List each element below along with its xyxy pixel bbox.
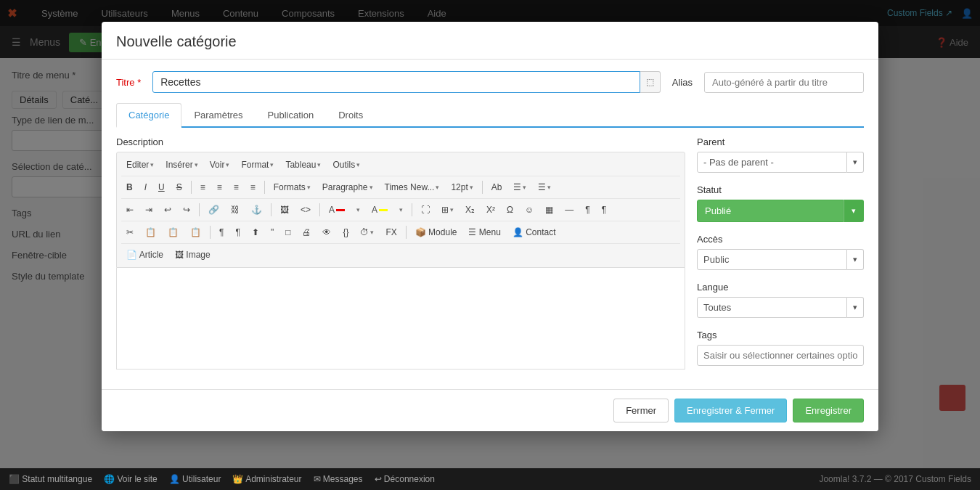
tags-label: Tags — [697, 330, 864, 340]
tb-formats[interactable]: Formats ▾ — [269, 179, 316, 195]
langue-select-arrow[interactable]: ▾ — [847, 297, 864, 318]
tb-chars[interactable]: Ab — [486, 179, 507, 195]
tb-insertdatetime2[interactable]: ⏱ ▾ — [355, 224, 379, 240]
tb-insertdatetime[interactable]: ⬆ — [247, 224, 264, 240]
enregistrer-button[interactable]: Enregistrer — [793, 399, 864, 422]
fermer-button[interactable]: Fermer — [613, 399, 669, 422]
tb-backcolor-arr[interactable]: ▾ — [394, 203, 408, 216]
tb-tableau[interactable]: Tableau ▾ — [280, 157, 326, 173]
tb-article[interactable]: 📄 Article — [121, 247, 168, 263]
tb-align-left[interactable]: ≡ — [195, 179, 211, 195]
toolbar-separator-2 — [264, 181, 265, 194]
alias-input[interactable] — [704, 72, 864, 93]
toolbar-separator-3 — [482, 181, 483, 194]
tb-removeformat[interactable]: FX — [380, 224, 401, 240]
tab-categorie[interactable]: Catégorie — [116, 103, 181, 128]
langue-select-wrapper: Toutes ▾ — [697, 297, 864, 318]
tb-forecolor[interactable]: A — [324, 202, 350, 218]
tb-media[interactable]: ▦ — [540, 202, 558, 218]
statut-select[interactable]: Publié — [697, 200, 844, 222]
tb-redo[interactable]: ↪ — [178, 202, 195, 218]
tb-charmap[interactable]: Ω — [502, 202, 518, 218]
tb-voir[interactable]: Voir ▾ — [205, 157, 235, 173]
tab-parametres[interactable]: Paramètres — [181, 103, 255, 128]
toolbar-separator-8 — [210, 226, 211, 239]
tab-publication[interactable]: Publication — [256, 103, 327, 128]
modal-footer: Fermer Enregistrer & Fermer Enregistrer — [102, 389, 878, 431]
langue-select[interactable]: Toutes — [697, 297, 847, 318]
acces-select-wrapper: Public ▾ — [697, 249, 864, 270]
tb-contact[interactable]: 👤 Contact — [507, 224, 561, 240]
title-icon-button[interactable]: ⬚ — [640, 71, 661, 93]
tb-outdent[interactable]: ⇤ — [121, 202, 139, 218]
tb-cut[interactable]: ✂ — [121, 224, 139, 240]
tab-droits[interactable]: Droits — [326, 103, 375, 128]
tb-align-center[interactable]: ≡ — [212, 179, 227, 195]
tb-code[interactable]: <> — [295, 202, 316, 218]
tb-bold[interactable]: B — [121, 179, 138, 195]
toolbar-separator-5 — [271, 203, 271, 216]
enregistrer-fermer-button[interactable]: Enregistrer & Fermer — [674, 399, 787, 422]
tb-list-ul[interactable]: ☰ ▾ — [508, 179, 531, 195]
tb-emoticons[interactable]: ☺ — [520, 202, 539, 218]
modal-title: Nouvelle catégorie — [116, 33, 864, 50]
tb-format[interactable]: Format ▾ — [236, 157, 279, 173]
acces-select-arrow[interactable]: ▾ — [847, 249, 864, 270]
tb-superscript[interactable]: X² — [481, 202, 500, 218]
tags-input[interactable] — [697, 345, 864, 366]
parent-label: Parent — [697, 136, 864, 147]
tb-size[interactable]: 12pt ▾ — [446, 179, 478, 195]
tb-subscript[interactable]: X₂ — [460, 202, 480, 218]
modal-header: Nouvelle catégorie — [102, 22, 878, 60]
tb-table2[interactable]: □ — [280, 224, 295, 240]
tb-paste[interactable]: 📋 — [163, 224, 184, 240]
parent-select-arrow[interactable]: ▾ — [847, 152, 864, 173]
tb-align-justify[interactable]: ≡ — [245, 179, 261, 195]
tb-blockquote[interactable]: " — [266, 224, 279, 240]
tags-section: Tags — [697, 330, 864, 366]
tb-showblocks[interactable]: ¶ — [214, 224, 229, 240]
toolbar-row-tools: ⇤ ⇥ ↩ ↪ 🔗 ⛓ ⚓ 🖼 <> A — [121, 198, 680, 219]
acces-select[interactable]: Public — [697, 249, 847, 270]
tb-anchor[interactable]: ⚓ — [246, 202, 267, 218]
tb-preview[interactable]: 👁 — [317, 224, 336, 240]
tb-paste-word[interactable]: 📋 — [185, 224, 206, 240]
editor-section: Description Editer ▾ Insérer ▾ Voir ▾ Fo… — [116, 136, 685, 377]
tb-print[interactable]: 🖨 — [297, 224, 316, 240]
tb-forecolor-arr[interactable]: ▾ — [351, 203, 365, 216]
tb-paragraph[interactable]: Paragraphe ▾ — [317, 179, 378, 195]
tb-visualchars[interactable]: ¶ — [230, 224, 245, 240]
tb-copy[interactable]: 📋 — [140, 224, 161, 240]
tb-backcolor[interactable]: A — [367, 202, 393, 218]
tb-menu[interactable]: ☰ Menu — [463, 224, 505, 240]
tb-fullscreen[interactable]: ⛶ — [416, 202, 435, 218]
tb-strikethrough[interactable]: S — [171, 179, 187, 195]
parent-section: Parent - Pas de parent - ▾ — [697, 136, 864, 173]
tb-indent[interactable]: ⇥ — [140, 202, 158, 218]
tb-editer[interactable]: Editer ▾ — [121, 157, 159, 173]
tb-link[interactable]: 🔗 — [203, 202, 224, 218]
parent-select[interactable]: - Pas de parent - — [697, 152, 847, 173]
tb-table[interactable]: ⊞ ▾ — [436, 202, 459, 218]
statut-select-wrapper: Publié ▾ — [697, 200, 864, 222]
statut-arrow-button[interactable]: ▾ — [844, 200, 864, 222]
tb-inserer[interactable]: Insérer ▾ — [160, 157, 203, 173]
tb-image[interactable]: 🖼 — [275, 202, 294, 218]
tb-list-ol[interactable]: ☰ ▾ — [533, 179, 556, 195]
toolbar-row-bottom: 📄 Article 🖼 Image — [121, 243, 680, 264]
tb-outils[interactable]: Outils ▾ — [327, 157, 365, 173]
tb-undo[interactable]: ↩ — [159, 202, 176, 218]
tb-image2[interactable]: 🖼 Image — [170, 247, 216, 263]
tb-font[interactable]: Times New... ▾ — [380, 179, 445, 195]
tb-align-right[interactable]: ≡ — [229, 179, 244, 195]
tb-nonbreaking[interactable]: ¶ — [580, 202, 595, 218]
tb-module[interactable]: 📦 Module — [410, 224, 462, 240]
tb-hr[interactable]: — — [560, 202, 579, 218]
tb-italic[interactable]: I — [139, 179, 152, 195]
tb-pagebreak[interactable]: ¶ — [597, 202, 611, 218]
title-input[interactable] — [152, 71, 640, 93]
tb-unlink[interactable]: ⛓ — [226, 202, 245, 218]
editor-body[interactable] — [116, 268, 685, 369]
tb-underline[interactable]: U — [153, 179, 170, 195]
tb-codesample[interactable]: {} — [338, 224, 354, 240]
